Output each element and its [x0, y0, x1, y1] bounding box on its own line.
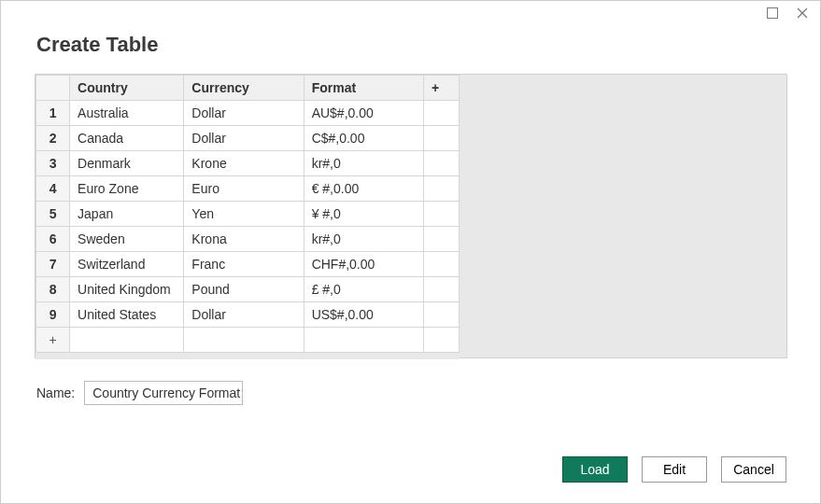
column-header-format[interactable]: Format — [304, 76, 423, 101]
cell-format[interactable]: kr#,0 — [304, 151, 423, 176]
add-row-button[interactable]: + — [36, 328, 70, 353]
cell-country[interactable]: Japan — [70, 202, 184, 227]
column-header-country[interactable]: Country — [70, 76, 184, 101]
table-row: 9United StatesDollarUS$#,0.00 — [36, 302, 460, 328]
cell-country[interactable]: United States — [70, 302, 184, 328]
cell-country[interactable]: Australia — [70, 101, 184, 126]
table-header-row: Country Currency Format + — [36, 76, 460, 101]
cell-country[interactable]: Denmark — [70, 151, 184, 176]
cell-trailing[interactable] — [423, 252, 459, 277]
table-row: 5JapanYen¥ #,0 — [36, 202, 460, 227]
add-column-button[interactable]: + — [423, 76, 459, 101]
cell-country[interactable]: Switzerland — [70, 252, 184, 277]
cell-format[interactable]: CHF#,0.00 — [304, 252, 423, 277]
table-row: 1AustraliaDollarAU$#,0.00 — [36, 101, 460, 126]
cell-trailing[interactable] — [423, 227, 459, 252]
row-number[interactable]: 3 — [36, 151, 70, 176]
cell-empty[interactable] — [304, 328, 423, 353]
cell-trailing[interactable] — [423, 202, 459, 227]
cell-currency[interactable]: Euro — [184, 176, 304, 202]
cell-format[interactable]: AU$#,0.00 — [304, 101, 423, 126]
table-row: 4Euro ZoneEuro€ #,0.00 — [36, 176, 460, 202]
cell-country[interactable]: Euro Zone — [70, 176, 184, 202]
cell-trailing[interactable] — [423, 176, 459, 202]
cell-trailing[interactable] — [423, 101, 459, 126]
dialog-title: Create Table — [1, 20, 820, 74]
corner-cell[interactable] — [36, 76, 70, 101]
row-number[interactable]: 2 — [36, 126, 70, 151]
cell-currency[interactable]: Krona — [184, 227, 304, 252]
cell-currency[interactable]: Franc — [184, 252, 304, 277]
cell-empty[interactable] — [70, 328, 184, 353]
table-row: 6SwedenKronakr#,0 — [36, 227, 460, 252]
cell-trailing[interactable] — [423, 302, 459, 328]
cell-currency[interactable]: Dollar — [184, 101, 304, 126]
row-number[interactable]: 8 — [36, 277, 70, 302]
maximize-icon[interactable] — [766, 7, 779, 20]
table-row: 7SwitzerlandFrancCHF#,0.00 — [36, 252, 460, 277]
cell-country[interactable]: Canada — [70, 126, 184, 151]
cell-country[interactable]: United Kingdom — [70, 277, 184, 302]
column-header-currency[interactable]: Currency — [184, 76, 304, 101]
cell-currency[interactable]: Dollar — [184, 302, 304, 328]
cell-format[interactable]: C$#,0.00 — [304, 126, 423, 151]
row-number[interactable]: 5 — [36, 202, 70, 227]
table-grid[interactable]: Country Currency Format + 1AustraliaDoll… — [35, 75, 460, 359]
cell-currency[interactable]: Pound — [184, 277, 304, 302]
cell-format[interactable]: ¥ #,0 — [304, 202, 423, 227]
table-grid-container: Country Currency Format + 1AustraliaDoll… — [35, 74, 787, 358]
cell-format[interactable]: € #,0.00 — [304, 176, 423, 202]
cancel-button[interactable]: Cancel — [721, 456, 786, 483]
row-number[interactable]: 1 — [36, 101, 70, 126]
load-button[interactable]: Load — [562, 456, 628, 483]
table-row: 3DenmarkKronekr#,0 — [36, 151, 460, 176]
cell-trailing[interactable] — [423, 277, 459, 302]
cell-format[interactable]: kr#,0 — [304, 227, 423, 252]
cell-trailing[interactable] — [423, 126, 459, 151]
table-row: 2CanadaDollarC$#,0.00 — [36, 126, 460, 151]
cell-country[interactable]: Sweden — [70, 227, 184, 252]
cell-empty[interactable] — [184, 328, 304, 353]
svg-rect-0 — [768, 8, 778, 19]
row-number[interactable]: 7 — [36, 252, 70, 277]
cell-format[interactable]: £ #,0 — [304, 277, 423, 302]
cell-format[interactable]: US$#,0.00 — [304, 302, 423, 328]
table-row: 8United KingdomPound£ #,0 — [36, 277, 460, 302]
name-row: Name: Country Currency Format Strings — [1, 358, 820, 427]
name-label: Name: — [36, 385, 75, 400]
dialog-buttons: Load Edit Cancel — [562, 456, 786, 483]
edit-button[interactable]: Edit — [642, 456, 707, 483]
cell-currency[interactable]: Yen — [184, 202, 304, 227]
cell-trailing[interactable] — [423, 151, 459, 176]
cell-currency[interactable]: Dollar — [184, 126, 304, 151]
titlebar — [1, 1, 820, 20]
add-row[interactable]: + — [36, 328, 460, 353]
cell-currency[interactable]: Krone — [184, 151, 304, 176]
close-icon[interactable] — [796, 7, 809, 20]
create-table-dialog: Create Table Country Currency Format + — [0, 0, 821, 504]
cell-empty[interactable] — [423, 328, 459, 353]
table-name-input[interactable]: Country Currency Format Strings — [84, 381, 243, 405]
row-number[interactable]: 4 — [36, 176, 70, 202]
row-number[interactable]: 9 — [36, 302, 70, 328]
row-number[interactable]: 6 — [36, 227, 70, 252]
